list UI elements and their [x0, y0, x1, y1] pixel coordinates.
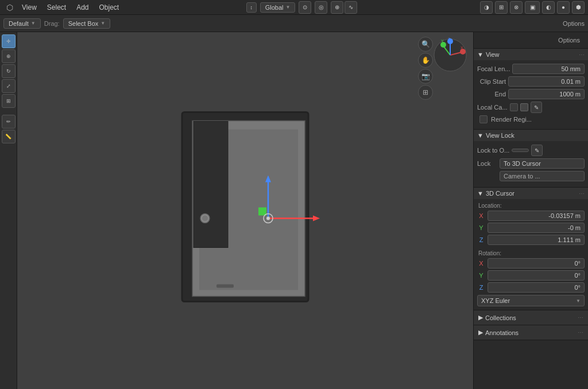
annotations-dots[interactable]: ⋯: [578, 329, 583, 336]
cursor-y-value[interactable]: -0 m: [488, 223, 585, 233]
cursor-rz-value[interactable]: 0°: [488, 282, 585, 293]
euler-label: XYZ Euler: [481, 297, 510, 304]
annotations-row[interactable]: ▶ Annotations ⋯: [474, 325, 588, 340]
snap-icon[interactable]: ⊙: [299, 1, 311, 14]
render-icon[interactable]: ◐: [542, 1, 555, 14]
render2-icon[interactable]: ●: [557, 1, 570, 14]
gizmo-icon[interactable]: ⊗: [510, 1, 523, 14]
zoom-icon[interactable]: 🔍: [418, 37, 433, 52]
collections-section: ▶ Collections ⋯: [474, 310, 588, 325]
select-box-label: Select Box: [68, 20, 99, 27]
move-tool[interactable]: ⊕: [2, 49, 16, 63]
cursor-rz-label: Z: [477, 284, 485, 291]
cursor-ry-value[interactable]: 0°: [488, 270, 585, 281]
measure-tool[interactable]: 📏: [2, 130, 16, 143]
grid-icon[interactable]: ⊞: [418, 85, 433, 100]
mode-switch-icon[interactable]: ↕: [246, 2, 257, 13]
annotate-tool[interactable]: ✏: [2, 115, 16, 129]
euler-dropdown[interactable]: XYZ Euler ▼: [477, 295, 585, 306]
view-content: Focal Len... 50 mm Clip Start 0.01 m End…: [474, 60, 588, 129]
door-model: [171, 107, 320, 313]
to-3d-cursor-btn[interactable]: To 3D Cursor: [500, 158, 585, 169]
render-regi-label: Render Regi...: [491, 116, 532, 123]
right-panel: Options ▼ View ⋯ Focal Len... 50 mm Clip…: [473, 32, 588, 389]
menu-add[interactable]: Add: [72, 2, 93, 13]
collections-dots[interactable]: ⋯: [578, 314, 583, 321]
view-section: ▼ View ⋯ Focal Len... 50 mm Clip Start 0…: [474, 49, 588, 130]
view-lock-section: ▼ View Lock Lock to O... ✎ Lock To 3D Cu…: [474, 130, 588, 188]
local-ca-eye-btn[interactable]: ✎: [531, 102, 542, 113]
camera-icon[interactable]: 📷: [418, 69, 433, 84]
local-ca-color[interactable]: [520, 103, 528, 111]
lock-to-row: Lock to O... ✎: [477, 145, 585, 156]
view-lock-title-text: View Lock: [486, 132, 514, 139]
3d-viewport-content: [171, 107, 320, 315]
scale-tool[interactable]: ⤢: [2, 79, 16, 93]
menu-view[interactable]: View: [17, 2, 41, 13]
view-collapse-icon: ▼: [477, 51, 483, 58]
cursor-x-value[interactable]: -0.03157 m: [488, 211, 585, 221]
cursor-content: Location: X -0.03157 m Y -0 m Z 1.111 m: [474, 199, 588, 310]
view-title-text: View: [486, 51, 500, 58]
cursor-tool[interactable]: ✛: [2, 34, 16, 48]
navigation-gizmo[interactable]: Y X Z: [433, 38, 467, 72]
cursor-section-header[interactable]: ▼ 3D Cursor ⋯: [474, 188, 588, 199]
proportional-icon[interactable]: ◎: [315, 1, 327, 14]
svg-marker-10: [313, 216, 320, 221]
rotate-tool[interactable]: ↻: [2, 64, 16, 78]
clip-start-value[interactable]: 0.01 m: [508, 76, 585, 87]
lock-to-eye[interactable]: ✎: [531, 145, 543, 156]
focal-len-value[interactable]: 50 mm: [512, 64, 585, 74]
annotations-text: Annotations: [485, 329, 519, 336]
collections-row[interactable]: ▶ Collections ⋯: [474, 310, 588, 325]
overlay-icon[interactable]: ⊞: [495, 1, 508, 14]
select-box-dropdown[interactable]: Select Box ▼: [63, 18, 111, 29]
transform-icon[interactable]: ⊕: [331, 1, 343, 14]
viewport-icon[interactable]: ▣: [525, 1, 540, 14]
viewport-nav-icons: 🔍 ✋ 📷 ⊞: [418, 37, 433, 100]
panel-header: Options: [474, 32, 588, 49]
cursor-dots[interactable]: ⋯: [579, 190, 585, 197]
svg-point-13: [266, 217, 270, 220]
editor-icon[interactable]: ⬢: [572, 1, 585, 14]
menu-object[interactable]: Object: [95, 2, 124, 13]
transform-tool[interactable]: ⊞: [2, 94, 16, 108]
cursor-z-row: Z 1.111 m: [477, 235, 585, 245]
render-region-row: Render Regi...: [477, 115, 585, 123]
pan-icon[interactable]: ✋: [418, 53, 433, 68]
end-row: End 1000 m: [477, 89, 585, 99]
transform-dropdown[interactable]: Default ▼: [3, 18, 41, 29]
view-section-header[interactable]: ▼ View ⋯: [474, 49, 588, 60]
view-dots[interactable]: ⋯: [579, 52, 585, 58]
camera-to-btn[interactable]: Camera to ...: [500, 171, 585, 181]
cursor-rx-row: X 0°: [477, 258, 585, 269]
transform2-icon[interactable]: ∿: [345, 1, 357, 14]
collections-text: Collections: [485, 314, 516, 321]
view-lock-collapse-icon: ▼: [477, 132, 483, 139]
cursor-collapse-icon: ▼: [477, 190, 483, 197]
render-regi-checkbox[interactable]: [479, 115, 488, 123]
cursor-z-value[interactable]: 1.111 m: [488, 235, 585, 245]
view-lock-header[interactable]: ▼ View Lock: [474, 130, 588, 141]
end-value[interactable]: 1000 m: [508, 89, 585, 99]
viewport-shading-icon[interactable]: ◑: [480, 1, 493, 14]
main-layout: ✛ ⊕ ↻ ⤢ ⊞ ✏ 📏: [0, 32, 588, 389]
secondary-toolbar: Default ▼ Drag: Select Box ▼ Options: [0, 15, 588, 32]
view-title: ▼ View: [477, 51, 500, 58]
cursor-rx-value[interactable]: 0°: [488, 258, 585, 269]
gizmo-svg: Y X Z: [433, 38, 467, 72]
editor-type-icon[interactable]: ⬡: [3, 1, 16, 14]
annotations-arrow: ▶: [478, 329, 483, 336]
global-dropdown[interactable]: Global ▼: [260, 2, 296, 13]
viewport[interactable]: Y X Z 🔍 ✋ 📷 ⊞: [17, 32, 473, 389]
cursor-title: ▼ 3D Cursor: [477, 190, 514, 197]
svg-rect-6: [216, 285, 234, 288]
drag-label: Drag:: [44, 20, 60, 27]
view-lock-title: ▼ View Lock: [477, 132, 514, 139]
local-ca-checkbox[interactable]: [510, 103, 518, 111]
lock-row: Lock To 3D Cursor: [477, 158, 585, 169]
menu-select[interactable]: Select: [42, 2, 71, 13]
clip-start-row: Clip Start 0.01 m: [477, 76, 585, 87]
lock-to-value[interactable]: [512, 149, 529, 152]
global-label: Global: [265, 4, 284, 11]
